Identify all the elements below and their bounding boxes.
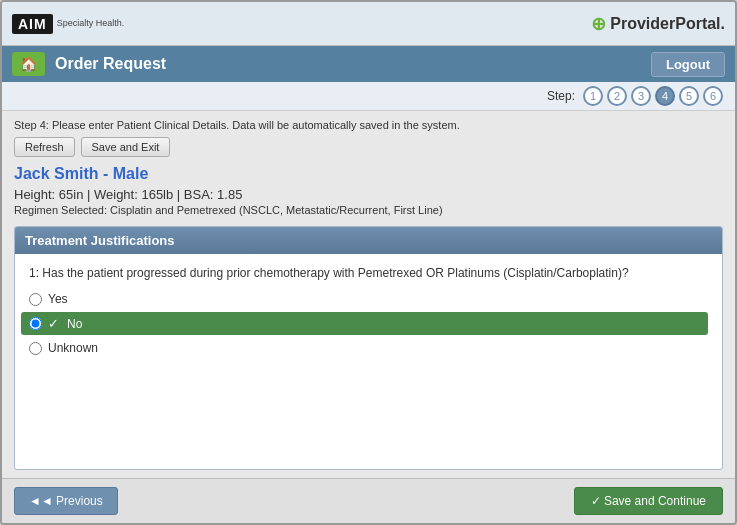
checkmark-icon: ✓ <box>48 316 59 331</box>
provider-portal-icon: ⊕ <box>591 13 606 35</box>
save-exit-button[interactable]: Save and Exit <box>81 137 171 157</box>
label-unknown: Unknown <box>48 341 98 355</box>
top-bar: AIM Specialty Health. ⊕ ProviderPortal. <box>2 2 735 46</box>
previous-button[interactable]: ◄◄ Previous <box>14 487 118 515</box>
radio-yes[interactable] <box>29 293 42 306</box>
treatment-justifications-box: Treatment Justifications 1: Has the pati… <box>14 226 723 470</box>
action-buttons: Refresh Save and Exit <box>14 137 723 157</box>
step-1[interactable]: 1 <box>583 86 603 106</box>
home-button[interactable]: 🏠 <box>12 52 45 76</box>
nav-left: 🏠 Order Request <box>12 52 166 76</box>
regimen-text: Regimen Selected: Cisplatin and Pemetrex… <box>14 204 723 216</box>
question-text: 1: Has the patient progressed during pri… <box>29 266 708 280</box>
info-text: Step 4: Please enter Patient Clinical De… <box>14 119 723 131</box>
refresh-button[interactable]: Refresh <box>14 137 75 157</box>
treatment-body: 1: Has the patient progressed during pri… <box>15 254 722 469</box>
option-no: ✓ No <box>21 312 708 335</box>
patient-stats: Height: 65in | Weight: 165lb | BSA: 1.85 <box>14 187 723 202</box>
provider-portal-label: ProviderPortal. <box>610 15 725 33</box>
radio-unknown[interactable] <box>29 342 42 355</box>
option-yes: Yes <box>29 292 708 306</box>
page-title: Order Request <box>55 55 166 73</box>
app-window: AIM Specialty Health. ⊕ ProviderPortal. … <box>0 0 737 525</box>
step-5[interactable]: 5 <box>679 86 699 106</box>
logo-subtitle: Specialty Health. <box>57 18 125 29</box>
label-yes: Yes <box>48 292 68 306</box>
step-3[interactable]: 3 <box>631 86 651 106</box>
label-no: No <box>67 317 82 331</box>
option-unknown: Unknown <box>29 341 708 355</box>
logo-area: AIM Specialty Health. <box>12 14 124 34</box>
step-label: Step: <box>547 89 575 103</box>
provider-portal-logo: ⊕ ProviderPortal. <box>591 13 725 35</box>
nav-bar: 🏠 Order Request Logout <box>2 46 735 82</box>
steps-bar: Step: 1 2 3 4 5 6 <box>2 82 735 111</box>
patient-name: Jack Smith - Male <box>14 165 723 183</box>
content-area: Step 4: Please enter Patient Clinical De… <box>2 111 735 478</box>
step-2[interactable]: 2 <box>607 86 627 106</box>
aim-logo: AIM <box>12 14 53 34</box>
treatment-header: Treatment Justifications <box>15 227 722 254</box>
logout-button[interactable]: Logout <box>651 52 725 77</box>
save-continue-button[interactable]: ✓ Save and Continue <box>574 487 723 515</box>
home-icon: 🏠 <box>20 56 37 72</box>
bottom-nav: ◄◄ Previous ✓ Save and Continue <box>2 478 735 523</box>
radio-no[interactable] <box>29 317 42 330</box>
step-4[interactable]: 4 <box>655 86 675 106</box>
step-6[interactable]: 6 <box>703 86 723 106</box>
